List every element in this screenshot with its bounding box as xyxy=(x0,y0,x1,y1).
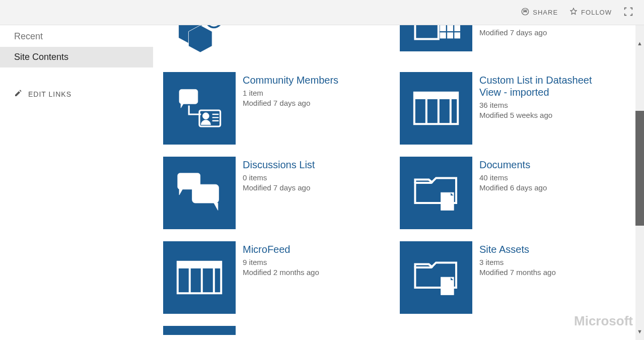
partial-bottom-card[interactable] xyxy=(163,326,636,335)
edit-links-label: EDIT LINKS xyxy=(28,90,71,98)
brand-label: Microsoft xyxy=(574,313,633,329)
content-area: add an app Modified 7 days ago Community… xyxy=(153,25,644,340)
share-label: SHARE xyxy=(533,9,558,16)
star-icon xyxy=(569,7,578,18)
card-title: Discussions List xyxy=(243,159,315,171)
card-modified: Modified 2 months ago xyxy=(243,267,319,278)
share-icon xyxy=(521,7,530,18)
card-modified: Modified 7 days ago xyxy=(243,98,338,108)
svg-point-23 xyxy=(526,10,527,12)
follow-action[interactable]: FOLLOW xyxy=(569,7,612,18)
expand-icon xyxy=(623,6,634,19)
card-title: Custom List in Datasheet View - imported xyxy=(479,74,610,98)
card-title: Site Assets xyxy=(479,243,556,255)
scrollbar[interactable]: ▲ ▼ xyxy=(635,25,644,340)
share-action[interactable]: SHARE xyxy=(521,7,558,18)
partial-top-right-modified: Modified 7 days ago xyxy=(479,28,547,38)
focus-content-action[interactable] xyxy=(623,6,634,19)
side-nav: Recent Site Contents EDIT LINKS xyxy=(0,25,153,340)
svg-point-22 xyxy=(524,10,525,12)
edit-links[interactable]: EDIT LINKS xyxy=(0,85,153,103)
follow-label: FOLLOW xyxy=(581,9,612,16)
card-count: 36 items xyxy=(479,100,610,110)
card-count: 9 items xyxy=(243,257,319,267)
site-content-card[interactable]: Site Assets3 itemsModified 7 months ago xyxy=(400,241,636,314)
scroll-down-arrow[interactable]: ▼ xyxy=(636,328,643,335)
card-modified: Modified 5 weeks ago xyxy=(479,110,610,120)
site-content-card[interactable]: MicroFeed9 itemsModified 2 months ago xyxy=(163,241,400,314)
pencil-icon xyxy=(14,89,22,99)
card-modified: Modified 7 days ago xyxy=(243,183,315,193)
card-count: 1 item xyxy=(243,88,338,98)
svg-point-21 xyxy=(522,8,529,15)
card-modified: Modified 7 months ago xyxy=(479,267,556,278)
scroll-up-arrow[interactable]: ▲ xyxy=(636,40,643,47)
nav-site-contents[interactable]: Site Contents xyxy=(0,47,153,67)
card-title: Community Members xyxy=(243,74,338,86)
discussion-icon xyxy=(163,157,236,229)
folder-doc-icon xyxy=(400,157,472,229)
scroll-thumb[interactable] xyxy=(635,111,644,226)
card-modified: Modified 6 days ago xyxy=(479,183,547,193)
site-content-card[interactable]: Community Members1 itemModified 7 days a… xyxy=(163,72,400,145)
card-title: MicroFeed xyxy=(243,243,319,255)
datasheet-icon xyxy=(163,241,236,314)
folder-doc-icon xyxy=(400,241,472,314)
card-count: 0 items xyxy=(243,173,315,183)
site-content-card[interactable]: Custom List in Datasheet View - imported… xyxy=(400,72,636,145)
add-an-app[interactable]: add an app xyxy=(163,25,400,60)
datasheet-icon xyxy=(400,72,472,145)
nav-recent[interactable]: Recent xyxy=(0,26,153,47)
partial-top-right-card[interactable]: Modified 7 days ago xyxy=(400,25,636,60)
card-title: Documents xyxy=(479,159,547,171)
card-count: 40 items xyxy=(479,173,547,183)
site-content-card[interactable]: Documents40 itemsModified 6 days ago xyxy=(400,157,636,229)
site-content-card[interactable]: Discussions List0 itemsModified 7 days a… xyxy=(163,157,400,229)
members-icon xyxy=(163,72,236,145)
card-count: 3 items xyxy=(479,257,556,267)
